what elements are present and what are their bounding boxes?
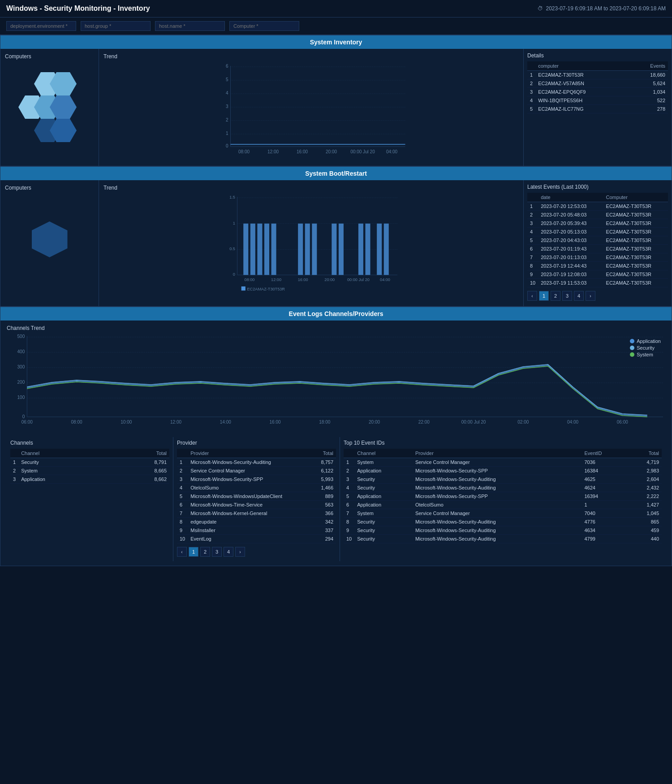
svg-text:04:00: 04:00 [386,149,397,154]
filters-bar [0,17,672,35]
svg-text:08:00: 08:00 [71,420,82,424]
th-date: date [538,193,603,202]
th-channel: Channel [18,449,112,458]
legend-dot-security [630,346,634,350]
boot-hex-container [5,195,94,284]
filter-deployment[interactable] [6,21,76,31]
th-events: Events [631,61,668,71]
filter-hostname[interactable] [155,21,225,31]
provider-page-1[interactable]: 1 [189,547,198,557]
legend-security: Security [630,345,661,351]
th-computer: computer [535,61,631,71]
provider-prev-btn[interactable]: ‹ [177,547,187,557]
svg-text:08:00: 08:00 [238,149,250,154]
svg-text:16:00: 16:00 [298,277,308,282]
svg-text:1: 1 [233,221,235,225]
table-row: 4WIN-1BQITPE5S6H522 [527,96,668,105]
table-row: 102023-07-19 11:53:03EC2AMAZ-T30T53R [527,279,668,287]
svg-text:04:00: 04:00 [380,277,390,282]
svg-text:2: 2 [226,117,228,122]
table-row: 7SystemService Control Manager70401,045 [344,509,662,518]
boot-page-3[interactable]: 3 [562,291,572,301]
inventory-trend-chart: 6 5 4 3 2 1 0 08:00 12:00 16:00 20:00 00… [103,61,519,160]
svg-rect-49 [384,224,389,275]
svg-text:300: 300 [17,364,25,369]
inventory-computers-col: Computers [0,49,99,166]
svg-text:EC2AMAZ-T30T53R: EC2AMAZ-T30T53R [247,287,285,291]
svg-text:20:00: 20:00 [369,420,380,424]
svg-text:00:00 Jul 20: 00:00 Jul 20 [461,420,486,424]
svg-text:4: 4 [226,91,228,95]
svg-text:00:00 Jul 20: 00:00 Jul 20 [347,277,370,282]
hex-svg [14,68,86,148]
boot-trend-chart: 1.5 1 0.5 0 08:00 12:00 16:00 20:00 00:0… [103,193,519,291]
inventory-details-table: computer Events 1EC2AMAZ-T30T53R18,6602E… [527,61,668,113]
table-row: 52023-07-20 04:43:03EC2AMAZ-T30T53R [527,236,668,245]
svg-rect-39 [264,224,269,275]
table-row: 4OtelcolSumo1,466 [177,484,336,492]
svg-text:06:00: 06:00 [22,420,33,424]
channels-title: Channels [10,440,169,446]
th-provider-total: Total [313,449,336,458]
table-row: 32023-07-20 05:39:43EC2AMAZ-T30T53R [527,219,668,228]
table-row: 2Service Control Manager6,122 [177,467,336,475]
svg-text:12:00: 12:00 [267,149,279,154]
provider-page-2[interactable]: 2 [200,547,210,557]
table-row: 5ApplicationMicrosoft-Windows-Security-S… [344,492,662,501]
boot-events-col: Latest Events (Last 1000) date Computer … [524,180,672,306]
system-boot-header: System Boot/Restart [0,167,672,180]
boot-page-1[interactable]: 1 [539,291,549,301]
table-row: 1SystemService Control Manager70364,719 [344,458,662,467]
provider-page-3[interactable]: 3 [212,547,222,557]
table-row: 3SecurityMicrosoft-Windows-Security-Audi… [344,475,662,484]
svg-text:02:00: 02:00 [517,420,529,424]
table-row: 2ApplicationMicrosoft-Windows-Security-S… [344,467,662,475]
svg-text:0: 0 [22,414,25,419]
legend-dot-application [630,339,634,343]
svg-text:20:00: 20:00 [324,277,335,282]
svg-text:500: 500 [17,334,25,339]
th-top10-eventid: EventID [582,449,627,458]
boot-computers-title: Computers [5,185,94,191]
bottom-tables: Channels Channel Total 1Security8,7912Sy… [7,437,665,561]
system-inventory-header: System Inventory [0,35,672,49]
table-row: 22023-07-20 05:48:03EC2AMAZ-T30T53R [527,211,668,219]
table-row: 62023-07-20 01:19:43EC2AMAZ-T30T53R [527,245,668,253]
filter-computer[interactable] [229,21,299,31]
event-logs-section: Event Logs Channels/Providers Channels T… [0,307,672,566]
svg-text:16:00: 16:00 [297,149,308,154]
provider-pagination: ‹ 1 2 3 4 › [177,543,336,559]
system-inventory-body: Computers Trend [0,49,672,166]
svg-text:04:00: 04:00 [567,420,579,424]
svg-rect-50 [241,286,246,290]
table-row: 6ApplicationOtelcolSumo11,427 [344,501,662,509]
table-row: 10EventLog294 [177,535,336,543]
inventory-computers-title: Computers [5,53,94,60]
boot-page-2[interactable]: 2 [551,291,560,301]
inventory-trend-title: Trend [103,53,519,60]
th-total: Total [113,449,169,458]
boot-events-title: Latest Events (Last 1000) [527,184,668,190]
svg-text:6: 6 [226,64,228,69]
boot-page-4[interactable]: 4 [574,291,584,301]
provider-next-btn[interactable]: › [235,547,245,557]
th-top10-total: Total [627,449,662,458]
table-row: 9MsiInstaller337 [177,526,336,535]
table-row: 3Microsoft-Windows-Security-SPP5,993 [177,475,336,484]
table-row: 12023-07-20 12:53:03EC2AMAZ-T30T53R [527,202,668,211]
svg-text:3: 3 [226,104,228,109]
event-logs-header: Event Logs Channels/Providers [0,307,672,321]
table-row: 3EC2AMAZ-EPQ6QF91,034 [527,88,668,96]
filter-hostgroup[interactable] [81,21,151,31]
svg-rect-42 [305,224,310,275]
svg-text:1.5: 1.5 [229,195,235,199]
legend-label-system: System [637,352,653,357]
channels-table: Channel Total 1Security8,7912System8,665… [10,449,169,484]
boot-prev-btn[interactable]: ‹ [527,291,537,301]
boot-next-btn[interactable]: › [586,291,595,301]
boot-computers-col: Computers [0,180,99,306]
legend-dot-system [630,352,634,357]
channels-trend-title: Channels Trend [7,325,665,331]
provider-page-4[interactable]: 4 [224,547,233,557]
table-row: 1EC2AMAZ-T30T53R18,660 [527,71,668,79]
